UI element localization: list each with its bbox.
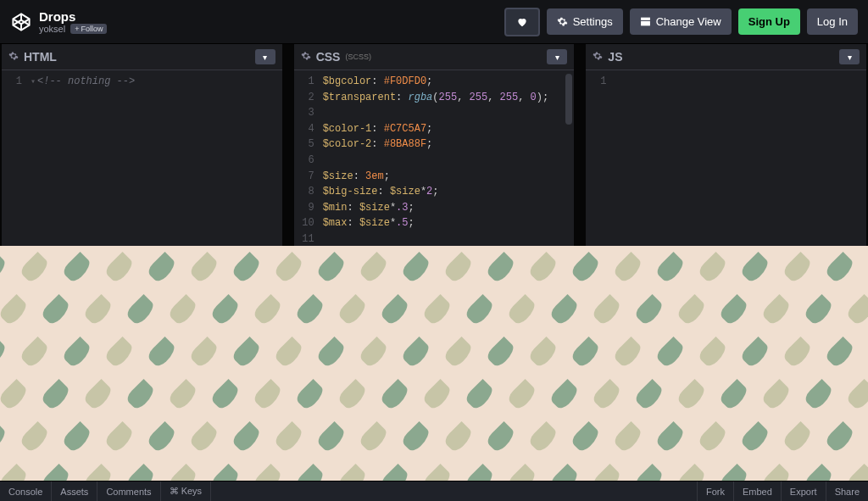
scrollbar[interactable]	[565, 72, 572, 244]
drop-shape	[379, 294, 411, 326]
chevron-down-icon: ▾	[555, 53, 559, 62]
console-button[interactable]: Console	[0, 482, 52, 501]
login-button[interactable]: Log In	[807, 8, 858, 35]
drop-shape	[209, 379, 242, 411]
drop-shape	[231, 337, 263, 369]
gear-icon[interactable]	[8, 50, 19, 64]
layout-icon	[640, 16, 651, 27]
comments-button[interactable]: Comments	[97, 482, 160, 501]
gear-icon[interactable]	[593, 50, 603, 64]
drop-shape	[294, 379, 326, 411]
keys-button[interactable]: ⌘ Keys	[161, 482, 212, 501]
drop-shape	[315, 252, 348, 284]
drop-shape	[845, 464, 868, 481]
drop-shape	[718, 379, 750, 411]
drop-shape	[125, 379, 157, 411]
drop-shape	[739, 421, 771, 454]
settings-button[interactable]: Settings	[547, 8, 623, 35]
assets-button[interactable]: Assets	[52, 482, 97, 501]
drop-shape	[40, 464, 72, 481]
drop-shape	[464, 294, 496, 326]
drop-shape	[188, 421, 220, 454]
drop-shape	[506, 294, 538, 326]
drop-shape	[19, 337, 51, 369]
panel-header-js: JS ▾	[586, 44, 866, 70]
drop-shape	[824, 337, 856, 369]
author-name[interactable]: yoksel	[39, 24, 65, 35]
css-code: $bgcolor: #F0DFD0; $transparent: rgba(25…	[323, 74, 575, 246]
drop-shape	[103, 252, 136, 284]
drop-shape	[782, 421, 814, 454]
chevron-down-icon: ▾	[848, 53, 852, 62]
heart-icon	[516, 16, 528, 28]
drop-shape	[485, 421, 517, 454]
signup-button[interactable]: Sign Up	[738, 8, 800, 35]
drop-shape	[103, 337, 136, 369]
drop-shape	[82, 294, 114, 326]
share-button[interactable]: Share	[826, 482, 868, 501]
drop-shape	[252, 379, 284, 411]
panel-js: JS ▾ 1	[586, 44, 866, 246]
editor-css[interactable]: 123456789101112131415 $bgcolor: #F0DFD0;…	[294, 70, 575, 246]
scrollbar-thumb[interactable]	[565, 74, 572, 125]
editor-html[interactable]: 1 ▾<!-- nothing -->	[2, 70, 282, 246]
drop-shape	[824, 421, 856, 454]
drop-shape	[464, 464, 496, 481]
drop-shape	[591, 464, 623, 481]
command-icon: ⌘	[170, 486, 181, 496]
editor-js[interactable]: 1	[586, 70, 866, 246]
drop-shape	[676, 379, 708, 411]
drop-shape	[273, 252, 305, 284]
embed-button[interactable]: Embed	[733, 482, 781, 501]
drop-shape	[82, 464, 114, 481]
drop-shape	[0, 379, 30, 411]
panel-css: CSS (SCSS) ▾ 123456789101112131415 $bgco…	[294, 44, 575, 246]
drop-shape	[400, 337, 432, 369]
drop-shape	[570, 337, 602, 369]
panel-menu-button[interactable]: ▾	[255, 49, 275, 64]
drop-shape	[40, 294, 72, 326]
follow-button[interactable]: + Follow	[70, 24, 107, 34]
drop-shape	[0, 337, 8, 369]
panel-menu-button[interactable]: ▾	[839, 49, 860, 64]
drop-shape	[103, 421, 136, 454]
panel-title: JS	[608, 50, 622, 64]
drop-shape	[40, 379, 72, 411]
drop-shape	[527, 421, 559, 454]
editor-panels: HTML ▾ 1 ▾<!-- nothing --> CSS (SCSS) ▾	[0, 44, 868, 246]
drop-shape	[676, 464, 708, 481]
drop-shape	[400, 421, 432, 454]
drop-shape	[506, 464, 538, 481]
heart-button[interactable]	[504, 8, 540, 36]
drop-shape	[739, 337, 771, 369]
drop-shape	[421, 464, 453, 481]
drop-shape	[379, 379, 411, 411]
footer-bar: Console Assets Comments ⌘ Keys Fork Embe…	[0, 481, 868, 501]
drop-shape	[209, 294, 242, 326]
panel-menu-button[interactable]: ▾	[547, 49, 567, 64]
drop-shape	[0, 252, 8, 284]
change-view-button[interactable]: Change View	[630, 8, 732, 35]
drop-shape	[421, 294, 453, 326]
drop-shape	[315, 337, 348, 369]
drop-shape	[358, 421, 390, 454]
svg-rect-4	[641, 21, 650, 25]
drop-shape	[61, 252, 93, 284]
drop-shape	[697, 252, 729, 284]
drop-shape	[82, 379, 114, 411]
drop-shape	[358, 337, 390, 369]
gear-icon[interactable]	[301, 50, 311, 64]
drop-shape	[231, 421, 263, 454]
drop-shape	[739, 252, 771, 284]
drop-shape	[591, 379, 623, 411]
drop-shape	[146, 337, 178, 369]
drop-shape	[167, 294, 199, 326]
drop-shape	[570, 421, 602, 454]
drop-shape	[125, 464, 157, 481]
drop-shape	[485, 337, 517, 369]
drop-shape	[273, 337, 305, 369]
chevron-down-icon: ▾	[263, 53, 267, 62]
export-button[interactable]: Export	[781, 482, 826, 501]
drop-shape	[548, 379, 581, 411]
fork-button[interactable]: Fork	[697, 482, 733, 501]
